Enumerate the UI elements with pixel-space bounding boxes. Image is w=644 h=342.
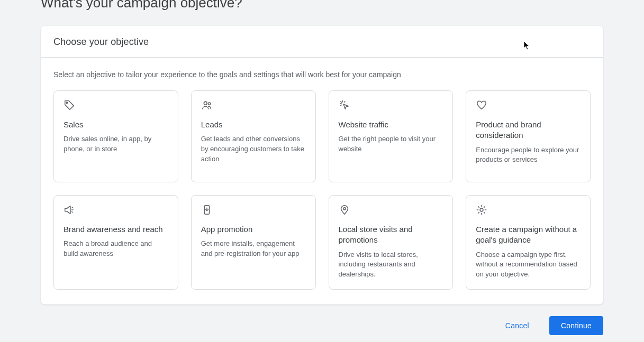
phone-install-icon — [201, 204, 306, 218]
objective-desc: Drive sales online, in app, by phone, or… — [64, 134, 168, 154]
click-icon — [339, 99, 443, 113]
svg-point-5 — [480, 208, 483, 211]
objective-title: Brand awareness and reach — [64, 224, 168, 235]
card-subtitle: Select an objective to tailor your exper… — [53, 70, 591, 79]
objective-title: Product and brand consideration — [476, 119, 580, 141]
objective-title: App promotion — [201, 224, 306, 235]
map-pin-icon — [339, 204, 443, 218]
tag-icon — [64, 99, 168, 113]
objective-title: Create a campaign without a goal's guida… — [476, 224, 580, 246]
cancel-button[interactable]: Cancel — [494, 316, 541, 335]
objective-brand-consideration[interactable]: Product and brand consideration Encourag… — [466, 90, 591, 182]
objective-desc: Get the right people to visit your websi… — [339, 134, 443, 154]
objective-desc: Choose a campaign type first, without a … — [476, 250, 580, 280]
people-icon — [201, 99, 306, 113]
objective-app-promotion[interactable]: App promotion Get more installs, engagem… — [191, 195, 316, 290]
objective-website-traffic[interactable]: Website traffic Get the right people to … — [329, 90, 453, 182]
objective-title: Sales — [64, 119, 168, 130]
objective-title: Website traffic — [339, 119, 443, 130]
svg-point-4 — [343, 208, 345, 210]
svg-point-2 — [208, 103, 210, 105]
objective-brand-awareness[interactable]: Brand awareness and reach Reach a broad … — [53, 195, 178, 290]
objective-desc: Reach a broad audience and build awarene… — [64, 239, 168, 259]
objective-desc: Drive visits to local stores, including … — [339, 250, 443, 280]
objective-local-store[interactable]: Local store visits and promotions Drive … — [329, 195, 453, 290]
action-bar: Cancel Continue — [0, 304, 644, 335]
page-title: What's your campaign objective? — [0, 0, 644, 11]
objective-sales[interactable]: Sales Drive sales online, in app, by pho… — [53, 90, 178, 182]
card-header: Choose your objective — [41, 26, 603, 58]
objective-title: Local store visits and promotions — [339, 224, 443, 246]
heart-icon — [476, 99, 580, 113]
continue-button[interactable]: Continue — [549, 316, 603, 335]
megaphone-icon — [64, 204, 168, 218]
objective-title: Leads — [201, 119, 306, 130]
objective-desc: Encourage people to explore your product… — [476, 145, 580, 165]
objectives-grid: Sales Drive sales online, in app, by pho… — [53, 90, 591, 290]
svg-point-1 — [204, 101, 207, 105]
svg-point-0 — [66, 102, 68, 104]
objective-desc: Get more installs, engagement and pre-re… — [201, 239, 306, 259]
card-body: Select an objective to tailor your exper… — [41, 58, 603, 304]
gear-icon — [476, 204, 580, 218]
objective-card: Choose your objective Select an objectiv… — [41, 26, 603, 304]
objective-no-goal[interactable]: Create a campaign without a goal's guida… — [466, 195, 591, 290]
objective-desc: Get leads and other conversions by encou… — [201, 134, 306, 164]
objective-leads[interactable]: Leads Get leads and other conversions by… — [191, 90, 316, 182]
